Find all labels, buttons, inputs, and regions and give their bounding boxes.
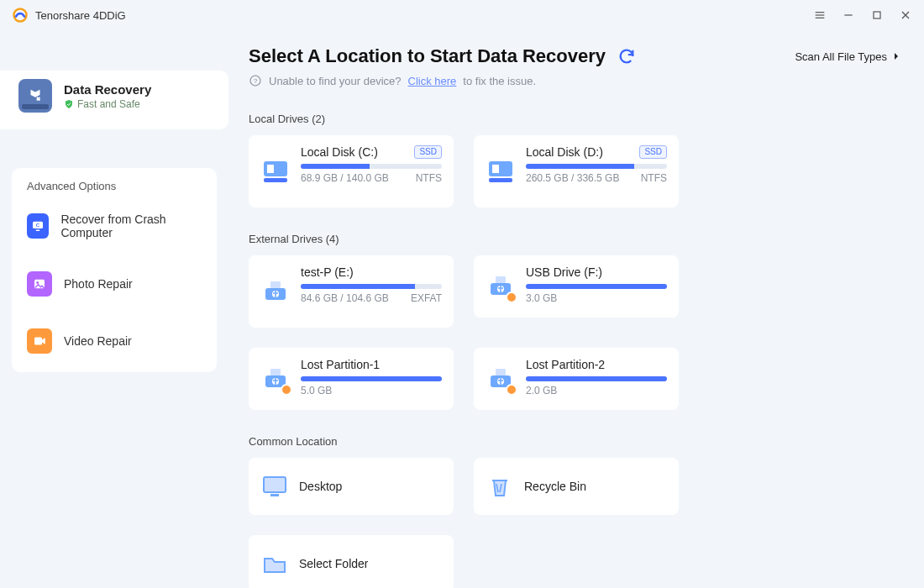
scan-file-types-label: Scan All File Types	[795, 50, 887, 63]
location-label: Recycle Bin	[524, 480, 586, 493]
drive-name: Local Disk (D:)	[526, 145, 603, 159]
svg-rect-32	[496, 369, 506, 375]
usb-drive-icon	[486, 271, 516, 302]
monitor-crash-icon: C	[27, 213, 49, 239]
usage-bar	[526, 376, 667, 381]
scan-file-types-button[interactable]: Scan All File Types	[795, 50, 900, 63]
svg-rect-5	[874, 12, 880, 18]
drive-card-external-f[interactable]: USB Drive (F:) 3.0 GB	[474, 255, 679, 318]
drive-name: Lost Partition-2	[526, 358, 605, 371]
hint-pre: Unable to find your device?	[269, 75, 402, 87]
svg-rect-17	[267, 165, 274, 173]
sidebar-primary-subtitle: Fast and Safe	[77, 98, 140, 110]
drive-badge: SSD	[639, 145, 667, 159]
advanced-options-title: Advanced Options	[27, 180, 202, 192]
drive-size: 3.0 GB	[526, 292, 557, 304]
drive-card-lost-2[interactable]: Lost Partition-2 2.0 GB	[474, 348, 679, 410]
advanced-options-panel: Advanced Options C Recover from Crash Co…	[12, 168, 217, 372]
chevron-right-icon	[892, 52, 900, 60]
section-title-local: Local Drives (2)	[249, 113, 900, 125]
svg-text:?: ?	[254, 77, 258, 85]
folder-icon	[260, 549, 289, 578]
svg-rect-23	[270, 281, 281, 288]
hdd-icon	[486, 156, 516, 186]
sidebar-primary-title: Data Recovery	[64, 82, 151, 97]
location-card-select-folder[interactable]: Select Folder	[249, 535, 454, 588]
svg-rect-34	[264, 477, 286, 492]
refresh-icon[interactable]	[617, 47, 636, 66]
drive-name: Local Disk (C:)	[301, 145, 378, 159]
sidebar: Data Recovery Fast and Safe Advanced Opt…	[0, 30, 228, 588]
usage-bar	[301, 284, 442, 289]
app-logo-icon	[12, 7, 29, 24]
drive-card-local-d[interactable]: Local Disk (D:) SSD 260.5 GB / 336.5 GB …	[474, 135, 679, 207]
sidebar-item-label: Video Repair	[64, 334, 132, 348]
drive-fs: NTFS	[416, 172, 442, 184]
sidebar-item-recover-crash[interactable]: C Recover from Crash Computer	[20, 202, 208, 249]
sidebar-item-photo-repair[interactable]: Photo Repair	[20, 261, 208, 307]
drive-fs: EXFAT	[411, 292, 442, 304]
sidebar-item-label: Recover from Crash Computer	[60, 213, 202, 239]
maximize-icon[interactable]	[870, 8, 884, 22]
section-title-external: External Drives (4)	[249, 233, 900, 245]
drive-size: 68.9 GB / 140.0 GB	[301, 172, 389, 184]
drive-name: Lost Partition-1	[301, 358, 380, 371]
app-title: Tenorshare 4DDiG	[35, 9, 126, 22]
svg-rect-13	[34, 338, 42, 345]
location-label: Select Folder	[299, 557, 368, 570]
section-title-common: Common Location	[249, 435, 900, 448]
drive-card-lost-1[interactable]: Lost Partition-1 5.0 GB	[249, 348, 454, 410]
hint-link[interactable]: Click here	[408, 75, 457, 87]
drive-size: 2.0 GB	[526, 385, 557, 396]
usb-drive-icon	[260, 276, 291, 307]
menu-icon[interactable]	[813, 8, 827, 22]
svg-rect-35	[270, 494, 279, 496]
close-icon[interactable]	[899, 8, 912, 22]
hdd-icon	[260, 156, 291, 186]
drive-name: test-P (E:)	[301, 265, 354, 279]
usage-bar	[526, 164, 667, 169]
desktop-icon	[260, 472, 289, 501]
usage-bar	[301, 164, 442, 169]
drive-name: USB Drive (F:)	[526, 265, 602, 279]
usage-bar	[301, 376, 442, 381]
svg-rect-18	[264, 178, 287, 182]
recycle-bin-icon	[486, 472, 514, 501]
device-hint: ? Unable to find your device? Click here…	[249, 74, 900, 87]
video-repair-icon	[27, 328, 52, 354]
drive-size: 84.6 GB / 104.6 GB	[301, 292, 389, 304]
question-circle-icon: ?	[249, 74, 262, 87]
photo-repair-icon	[27, 271, 52, 297]
titlebar: Tenorshare 4DDiG	[0, 0, 924, 30]
warning-badge-icon	[281, 384, 292, 396]
sidebar-item-data-recovery[interactable]: Data Recovery Fast and Safe	[0, 71, 228, 129]
page-title: Select A Location to Start Data Recovery	[249, 45, 606, 67]
svg-rect-29	[270, 369, 281, 375]
svg-rect-26	[496, 276, 506, 283]
location-card-desktop[interactable]: Desktop	[249, 458, 454, 515]
sidebar-item-video-repair[interactable]: Video Repair	[20, 318, 208, 364]
location-card-recycle-bin[interactable]: Recycle Bin	[474, 458, 679, 515]
svg-rect-9	[36, 230, 40, 232]
drive-fs: NTFS	[641, 172, 667, 184]
warning-badge-icon	[506, 384, 517, 396]
shield-check-icon	[64, 99, 74, 109]
svg-point-12	[36, 281, 39, 284]
drive-size: 260.5 GB / 336.5 GB	[526, 172, 619, 184]
drive-card-external-e[interactable]: test-P (E:) 84.6 GB / 104.6 GB EXFAT	[249, 255, 454, 328]
hint-post: to fix the issue.	[463, 75, 536, 87]
warning-badge-icon	[506, 291, 517, 303]
svg-rect-20	[492, 165, 499, 173]
usb-drive-icon	[486, 364, 516, 394]
location-label: Desktop	[299, 480, 342, 493]
drive-card-local-c[interactable]: Local Disk (C:) SSD 68.9 GB / 140.0 GB N…	[249, 135, 454, 207]
drive-badge: SSD	[414, 145, 442, 159]
minimize-icon[interactable]	[842, 8, 855, 22]
svg-rect-21	[489, 178, 512, 182]
data-recovery-icon	[18, 79, 52, 113]
sidebar-item-label: Photo Repair	[64, 277, 133, 291]
main-panel: Select A Location to Start Data Recovery…	[228, 30, 924, 588]
svg-text:C: C	[36, 223, 40, 228]
drive-size: 5.0 GB	[301, 385, 332, 396]
usage-bar	[526, 284, 667, 289]
